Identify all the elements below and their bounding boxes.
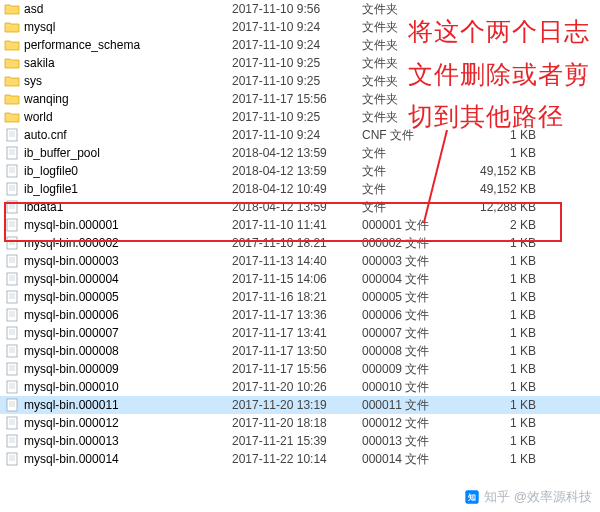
file-name-cell: ibdata1 [4, 200, 232, 214]
file-row[interactable]: mysql-bin.0000102017-11-20 10:26000010 文… [0, 378, 600, 396]
file-icon [4, 416, 20, 430]
file-name-cell: mysql-bin.000001 [4, 218, 232, 232]
file-icon [4, 218, 20, 232]
file-name: mysql-bin.000001 [24, 218, 119, 232]
file-name-cell: mysql-bin.000011 [4, 398, 232, 412]
file-type: 文件夹 [362, 109, 466, 126]
file-date: 2018-04-12 13:59 [232, 146, 362, 160]
file-row[interactable]: sys2017-11-10 9:25文件夹 [0, 72, 600, 90]
svg-rect-40 [7, 309, 17, 321]
file-row[interactable]: mysql-bin.0000042017-11-15 14:06000004 文… [0, 270, 600, 288]
file-row[interactable]: mysql-bin.0000052017-11-16 18:21000005 文… [0, 288, 600, 306]
file-row[interactable]: mysql-bin.0000032017-11-13 14:40000003 文… [0, 252, 600, 270]
file-icon [4, 452, 20, 466]
folder-icon [4, 56, 20, 70]
svg-rect-32 [7, 273, 17, 285]
file-name-cell: mysql [4, 20, 232, 34]
file-row[interactable]: ib_buffer_pool2018-04-12 13:59文件1 KB [0, 144, 600, 162]
folder-icon [4, 38, 20, 52]
file-name-cell: wanqing [4, 92, 232, 106]
file-name: mysql-bin.000004 [24, 272, 119, 286]
svg-rect-4 [7, 147, 17, 159]
file-type: 000011 文件 [362, 397, 466, 414]
file-icon [4, 380, 20, 394]
file-date: 2017-11-15 14:06 [232, 272, 362, 286]
file-row[interactable]: mysql-bin.0000022017-11-10 18:21000002 文… [0, 234, 600, 252]
file-row[interactable]: mysql-bin.0000092017-11-17 15:56000009 文… [0, 360, 600, 378]
file-date: 2018-04-12 13:59 [232, 200, 362, 214]
file-name-cell: mysql-bin.000013 [4, 434, 232, 448]
file-date: 2017-11-22 10:14 [232, 452, 362, 466]
file-size: 1 KB [466, 380, 546, 394]
file-type: 文件夹 [362, 1, 466, 18]
file-size: 1 KB [466, 434, 546, 448]
file-row[interactable]: mysql-bin.0000122017-11-20 18:18000012 文… [0, 414, 600, 432]
file-row[interactable]: auto.cnf2017-11-10 9:24CNF 文件1 KB [0, 126, 600, 144]
file-date: 2017-11-17 13:36 [232, 308, 362, 322]
file-icon [4, 164, 20, 178]
file-name: mysql-bin.000005 [24, 290, 119, 304]
file-size: 1 KB [466, 272, 546, 286]
file-name-cell: asd [4, 2, 232, 16]
file-row[interactable]: mysql-bin.0000072017-11-17 13:41000007 文… [0, 324, 600, 342]
file-size: 1 KB [466, 290, 546, 304]
file-row[interactable]: mysql2017-11-10 9:24文件夹 [0, 18, 600, 36]
file-type: 文件夹 [362, 37, 466, 54]
watermark: 知 知乎 @效率源科技 [464, 488, 592, 506]
file-size: 1 KB [466, 326, 546, 340]
file-icon [4, 326, 20, 340]
svg-rect-48 [7, 345, 17, 357]
file-row[interactable]: sakila2017-11-10 9:25文件夹 [0, 54, 600, 72]
watermark-text: 知乎 @效率源科技 [484, 488, 592, 506]
svg-rect-72 [7, 453, 17, 465]
file-icon [4, 254, 20, 268]
file-type: CNF 文件 [362, 127, 466, 144]
file-icon [4, 290, 20, 304]
file-type: 000001 文件 [362, 217, 466, 234]
file-row[interactable]: wanqing2017-11-17 15:56文件夹 [0, 90, 600, 108]
file-size: 1 KB [466, 362, 546, 376]
file-name-cell: sys [4, 74, 232, 88]
file-date: 2017-11-17 13:50 [232, 344, 362, 358]
file-name-cell: sakila [4, 56, 232, 70]
folder-icon [4, 110, 20, 124]
file-name: wanqing [24, 92, 69, 106]
file-row[interactable]: world2017-11-10 9:25文件夹 [0, 108, 600, 126]
file-row[interactable]: mysql-bin.0000082017-11-17 13:50000008 文… [0, 342, 600, 360]
file-row[interactable]: mysql-bin.0000112017-11-20 13:19000011 文… [0, 396, 600, 414]
file-name: mysql-bin.000010 [24, 380, 119, 394]
file-row[interactable]: mysql-bin.0000062017-11-17 13:36000006 文… [0, 306, 600, 324]
file-name: performance_schema [24, 38, 140, 52]
file-date: 2017-11-21 15:39 [232, 434, 362, 448]
svg-rect-44 [7, 327, 17, 339]
file-icon [4, 182, 20, 196]
file-row[interactable]: mysql-bin.0000142017-11-22 10:14000014 文… [0, 450, 600, 468]
svg-rect-20 [7, 219, 17, 231]
svg-rect-8 [7, 165, 17, 177]
svg-rect-0 [7, 129, 17, 141]
file-date: 2017-11-17 13:41 [232, 326, 362, 340]
file-row[interactable]: asd2017-11-10 9:56文件夹 [0, 0, 600, 18]
svg-text:知: 知 [467, 493, 476, 502]
file-icon [4, 146, 20, 160]
file-date: 2017-11-10 9:56 [232, 2, 362, 16]
svg-rect-52 [7, 363, 17, 375]
file-row[interactable]: mysql-bin.0000012017-11-10 11:41000001 文… [0, 216, 600, 234]
file-type: 文件 [362, 181, 466, 198]
file-row[interactable]: ib_logfile02018-04-12 13:59文件49,152 KB [0, 162, 600, 180]
file-date: 2017-11-16 18:21 [232, 290, 362, 304]
file-size: 1 KB [466, 254, 546, 268]
file-size: 49,152 KB [466, 182, 546, 196]
file-date: 2017-11-20 13:19 [232, 398, 362, 412]
file-date: 2017-11-10 9:24 [232, 20, 362, 34]
svg-rect-24 [7, 237, 17, 249]
file-name-cell: mysql-bin.000012 [4, 416, 232, 430]
file-row[interactable]: performance_schema2017-11-10 9:24文件夹 [0, 36, 600, 54]
file-type: 文件 [362, 199, 466, 216]
file-name: mysql-bin.000008 [24, 344, 119, 358]
file-row[interactable]: mysql-bin.0000132017-11-21 15:39000013 文… [0, 432, 600, 450]
file-name: auto.cnf [24, 128, 67, 142]
file-row[interactable]: ib_logfile12018-04-12 10:49文件49,152 KB [0, 180, 600, 198]
file-date: 2017-11-10 9:24 [232, 38, 362, 52]
file-row[interactable]: ibdata12018-04-12 13:59文件12,288 KB [0, 198, 600, 216]
